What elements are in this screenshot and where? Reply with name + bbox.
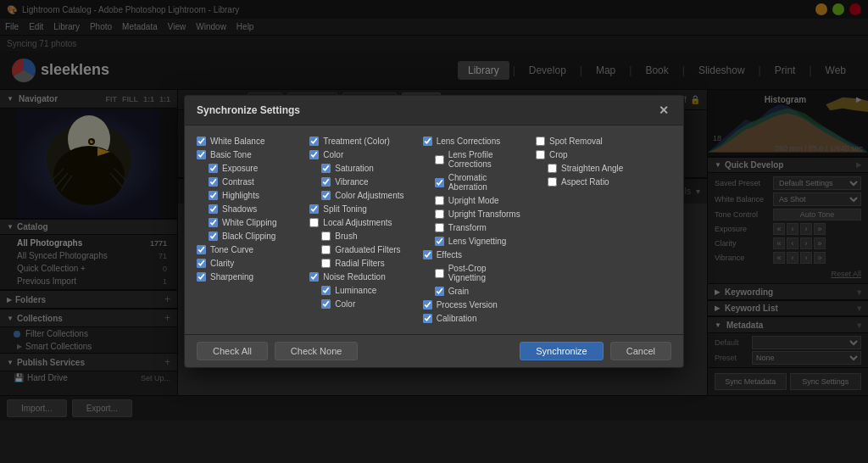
checkbox-tone-curve[interactable]: Tone Curve	[197, 244, 299, 255]
dialog-col-3: Lens Corrections Lens Profile Correction…	[423, 136, 526, 324]
checkbox-shadows[interactable]: Shadows	[197, 204, 299, 215]
synchronize-btn[interactable]: Synchronize	[520, 342, 604, 360]
checkbox-basic-tone[interactable]: Basic Tone	[197, 149, 299, 160]
checkbox-aspect-ratio[interactable]: Aspect Ratio	[536, 176, 671, 187]
checkbox-clarity[interactable]: Clarity	[197, 258, 299, 269]
checkbox-lens-profile[interactable]: Lens Profile Corrections	[423, 149, 526, 170]
checkbox-grain[interactable]: Grain	[423, 286, 526, 297]
checkbox-noise-reduction[interactable]: Noise Reduction	[309, 271, 412, 282]
checkbox-sharpening[interactable]: Sharpening	[197, 271, 299, 282]
checkbox-straighten-angle[interactable]: Straighten Angle	[536, 163, 671, 174]
checkbox-saturation[interactable]: Saturation	[309, 163, 412, 174]
checkbox-highlights[interactable]: Highlights	[197, 190, 299, 201]
checkbox-chromatic-aberration[interactable]: Chromatic Aberration	[423, 172, 526, 192]
checkbox-local-adjustments[interactable]: Local Adjustments	[309, 217, 412, 228]
checkbox-exposure[interactable]: Exposure	[197, 163, 299, 174]
checkbox-color[interactable]: Color	[309, 149, 412, 160]
checkbox-split-toning[interactable]: Split Toning	[309, 204, 412, 215]
checkbox-vibrance[interactable]: Vibrance	[309, 176, 412, 187]
checkbox-luminance[interactable]: Luminance	[309, 285, 412, 296]
checkbox-post-crop-vignetting[interactable]: Post-Crop Vignetting	[423, 263, 526, 283]
dialog-title-text: Synchronize Settings	[197, 104, 300, 116]
checkbox-treatment[interactable]: Treatment (Color)	[309, 136, 412, 147]
checkbox-radial-filters[interactable]: Radial Filters	[309, 258, 412, 269]
dialog-col-1: White Balance Basic Tone Exposure Contra…	[197, 136, 299, 324]
dialog-body: White Balance Basic Tone Exposure Contra…	[185, 126, 683, 334]
checkbox-upright-mode[interactable]: Upright Mode	[423, 195, 526, 206]
checkbox-white-clipping[interactable]: White Clipping	[197, 217, 299, 228]
check-none-btn[interactable]: Check None	[275, 342, 359, 360]
checkbox-upright-transforms[interactable]: Upright Transforms	[423, 209, 526, 220]
sync-settings-dialog: Synchronize Settings ✕ White Balance Bas…	[184, 95, 684, 368]
checkbox-black-clipping[interactable]: Black Clipping	[197, 231, 299, 242]
checkbox-process-version[interactable]: Process Version	[423, 299, 526, 310]
checkbox-white-balance[interactable]: White Balance	[197, 136, 299, 147]
dialog-close-btn[interactable]: ✕	[656, 103, 671, 118]
check-all-btn[interactable]: Check All	[197, 342, 268, 360]
checkbox-brush[interactable]: Brush	[309, 231, 412, 242]
checkbox-color-adjustments[interactable]: Color Adjustments	[309, 190, 412, 201]
checkbox-crop[interactable]: Crop	[536, 149, 671, 160]
modal-overlay: Synchronize Settings ✕ White Balance Bas…	[0, 0, 868, 463]
checkbox-transform[interactable]: Transform	[423, 222, 526, 233]
checkbox-calibration[interactable]: Calibration	[423, 313, 526, 324]
checkbox-contrast[interactable]: Contrast	[197, 176, 299, 187]
checkbox-graduated-filters[interactable]: Graduated Filters	[309, 244, 412, 255]
checkbox-lens-corrections[interactable]: Lens Corrections	[423, 136, 526, 147]
dialog-footer: Check All Check None Synchronize Cancel	[185, 334, 683, 367]
cancel-btn[interactable]: Cancel	[610, 342, 671, 360]
checkbox-lens-vignetting[interactable]: Lens Vignetting	[423, 236, 526, 247]
dialog-col-4: Spot Removal Crop Straighten Angle Aspec…	[536, 136, 671, 324]
dialog-footer-btns: Synchronize Cancel	[520, 342, 671, 360]
checkbox-color-nr[interactable]: Color	[309, 298, 412, 310]
dialog-col-2: Treatment (Color) Color Saturation Vibra…	[309, 136, 412, 324]
dialog-title-bar: Synchronize Settings ✕	[185, 96, 683, 126]
checkbox-spot-removal[interactable]: Spot Removal	[536, 136, 671, 147]
checkbox-effects[interactable]: Effects	[423, 249, 526, 260]
